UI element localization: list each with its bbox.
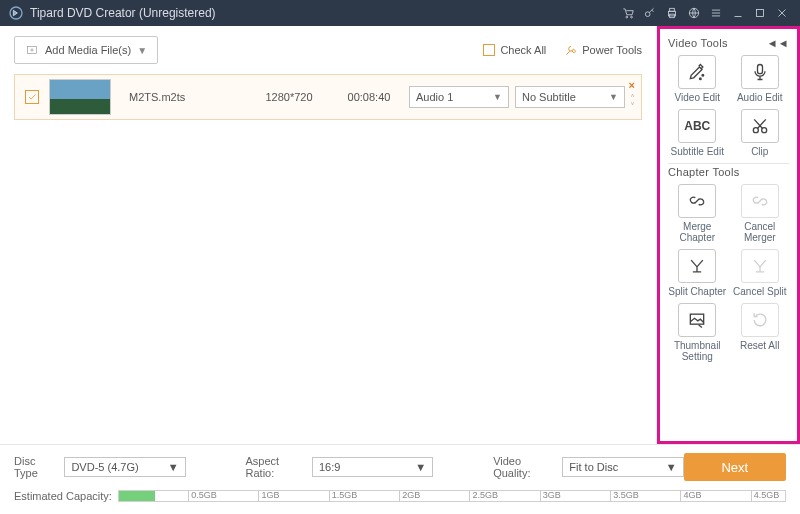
resolution: 1280*720 xyxy=(249,91,329,103)
svg-point-10 xyxy=(702,75,704,77)
svg-rect-15 xyxy=(691,314,704,324)
svg-point-11 xyxy=(700,78,702,80)
aspect-ratio-select[interactable]: 16:9▼ xyxy=(312,457,433,477)
globe-icon[interactable] xyxy=(684,3,704,23)
menu-icon[interactable] xyxy=(706,3,726,23)
capacity-label: Estimated Capacity: xyxy=(14,490,112,502)
capacity-tick: 3GB xyxy=(540,490,561,502)
titlebar: Tipard DVD Creator (Unregistered) xyxy=(0,0,800,26)
thumbnail xyxy=(49,79,111,115)
clip-label: Clip xyxy=(751,146,768,157)
chevron-down-icon: ▼ xyxy=(609,92,618,102)
capacity-tick: 3.5GB xyxy=(610,490,639,502)
row-checkbox[interactable] xyxy=(25,90,39,104)
main-panel: Add Media File(s) ▼ Check All Power Tool… xyxy=(0,26,657,444)
capacity-tick: 0.5GB xyxy=(188,490,217,502)
abc-icon: ABC xyxy=(684,119,710,133)
cart-icon[interactable] xyxy=(618,3,638,23)
print-icon[interactable] xyxy=(662,3,682,23)
tools-sidebar: Video Tools ◄◄ Video Edit Audio Edit ABC… xyxy=(657,26,800,444)
power-tools-label: Power Tools xyxy=(582,44,642,56)
power-tools-button[interactable]: Power Tools xyxy=(564,43,642,57)
merge-label: Merge Chapter xyxy=(666,221,729,243)
collapse-icon[interactable]: ◄◄ xyxy=(767,37,789,49)
split-label: Split Chapter xyxy=(668,286,726,297)
video-edit-label: Video Edit xyxy=(675,92,720,103)
cancel-merge-label: Cancel Merger xyxy=(729,221,792,243)
add-media-button[interactable]: Add Media File(s) ▼ xyxy=(14,36,158,64)
quality-value: Fit to Disc xyxy=(569,461,618,473)
thumb-label: Thumbnail Setting xyxy=(666,340,729,362)
capacity-tick: 4.5GB xyxy=(751,490,780,502)
chevron-down-icon: ▼ xyxy=(168,461,179,473)
chevron-down-icon: ▼ xyxy=(666,461,677,473)
capacity-tick: 4GB xyxy=(680,490,701,502)
subtitle-select[interactable]: No Subtitle▼ xyxy=(515,86,625,108)
media-row[interactable]: M2TS.m2ts 1280*720 00:08:40 Audio 1▼ No … xyxy=(14,74,642,120)
reorder-handle[interactable]: ˄˅ xyxy=(630,95,635,111)
chapter-tools-title: Chapter Tools xyxy=(668,166,740,178)
check-all-toggle[interactable]: Check All xyxy=(483,44,546,56)
app-logo-icon xyxy=(8,5,24,21)
tools-icon xyxy=(564,43,578,57)
chevron-down-icon: ▼ xyxy=(493,92,502,102)
quality-label: Video Quality: xyxy=(493,455,556,479)
cancel-merge-button[interactable] xyxy=(741,184,779,218)
remove-row-button[interactable]: × xyxy=(629,79,635,91)
file-name: M2TS.m2ts xyxy=(129,91,249,103)
video-edit-button[interactable] xyxy=(678,55,716,89)
chevron-down-icon: ▼ xyxy=(137,45,147,56)
aspect-value: 16:9 xyxy=(319,461,340,473)
capacity-tick: 1.5GB xyxy=(329,490,358,502)
capacity-bar: 0.5GB1GB1.5GB2GB2.5GB3GB3.5GB4GB4.5GB xyxy=(118,487,786,505)
duration: 00:08:40 xyxy=(329,91,409,103)
checkbox-icon xyxy=(483,44,495,56)
subtitle-edit-button[interactable]: ABC xyxy=(678,109,716,143)
audio-select[interactable]: Audio 1▼ xyxy=(409,86,509,108)
next-button[interactable]: Next xyxy=(684,453,786,481)
svg-rect-5 xyxy=(670,8,675,11)
check-all-label: Check All xyxy=(500,44,546,56)
video-quality-select[interactable]: Fit to Disc▼ xyxy=(562,457,683,477)
svg-point-3 xyxy=(645,12,650,17)
svg-point-1 xyxy=(626,16,628,18)
audio-edit-button[interactable] xyxy=(741,55,779,89)
capacity-tick: 1GB xyxy=(258,490,279,502)
svg-rect-8 xyxy=(757,10,764,17)
disc-type-value: DVD-5 (4.7G) xyxy=(71,461,138,473)
disc-type-label: Disc Type xyxy=(14,455,58,479)
aspect-label: Aspect Ratio: xyxy=(246,455,306,479)
thumbnail-setting-button[interactable] xyxy=(678,303,716,337)
subtitle-value: No Subtitle xyxy=(522,91,576,103)
chapter-tools-header: Chapter Tools xyxy=(668,166,789,178)
reset-all-button[interactable] xyxy=(741,303,779,337)
svg-rect-12 xyxy=(757,65,762,74)
audio-edit-label: Audio Edit xyxy=(737,92,783,103)
subtitle-edit-label: Subtitle Edit xyxy=(671,146,724,157)
close-button[interactable] xyxy=(772,3,792,23)
split-chapter-button[interactable] xyxy=(678,249,716,283)
cancel-split-button[interactable] xyxy=(741,249,779,283)
minimize-button[interactable] xyxy=(728,3,748,23)
add-media-label: Add Media File(s) xyxy=(45,44,131,56)
maximize-button[interactable] xyxy=(750,3,770,23)
main-toolbar: Add Media File(s) ▼ Check All Power Tool… xyxy=(14,36,642,64)
reset-label: Reset All xyxy=(740,340,779,351)
key-icon[interactable] xyxy=(640,3,660,23)
cancel-split-label: Cancel Split xyxy=(733,286,786,297)
capacity-tick: 2GB xyxy=(399,490,420,502)
footer: Disc Type DVD-5 (4.7G)▼ Aspect Ratio: 16… xyxy=(0,444,800,514)
clip-button[interactable] xyxy=(741,109,779,143)
svg-point-2 xyxy=(631,16,633,18)
chevron-down-icon: ▼ xyxy=(415,461,426,473)
window-title: Tipard DVD Creator (Unregistered) xyxy=(30,6,616,20)
video-tools-header: Video Tools ◄◄ xyxy=(668,37,789,49)
disc-type-select[interactable]: DVD-5 (4.7G)▼ xyxy=(64,457,185,477)
capacity-tick: 2.5GB xyxy=(469,490,498,502)
audio-value: Audio 1 xyxy=(416,91,453,103)
plus-icon xyxy=(25,43,39,57)
video-tools-title: Video Tools xyxy=(668,37,728,49)
merge-chapter-button[interactable] xyxy=(678,184,716,218)
